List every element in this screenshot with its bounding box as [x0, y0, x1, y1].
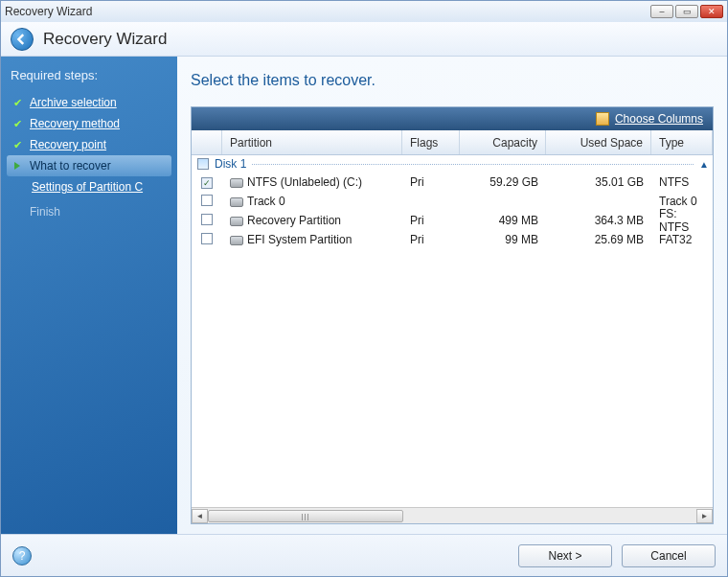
partition-name: Recovery Partition [247, 214, 341, 227]
capacity-cell: 59.29 GB [460, 175, 546, 189]
step-label: Finish [30, 205, 60, 219]
step-what-to-recover[interactable]: What to recover [7, 155, 171, 176]
partition-icon [230, 197, 243, 207]
back-button[interactable] [11, 28, 34, 51]
type-cell: NTFS [651, 175, 713, 189]
capacity-cell: 499 MB [460, 214, 546, 227]
choose-columns-icon [596, 112, 609, 126]
row-checkbox[interactable] [201, 195, 213, 206]
current-step-arrow-icon [11, 162, 24, 170]
scroll-thumb[interactable] [208, 510, 403, 522]
partition-icon [230, 236, 243, 245]
col-type[interactable]: Type [651, 130, 713, 154]
disk-divider [252, 164, 694, 165]
close-button[interactable]: ✕ [700, 5, 723, 18]
table-row[interactable]: Recovery Partition Pri 499 MB 364.3 MB F… [192, 211, 713, 230]
partition-name: NTFS (Unlabeled) (C:) [247, 175, 362, 189]
grid-toolbar: Choose Columns [192, 107, 713, 130]
flags-cell: Pri [402, 175, 460, 189]
partition-icon [230, 178, 243, 188]
check-icon: ✔ [11, 118, 24, 130]
scroll-track[interactable] [208, 509, 696, 523]
page-title: Select the items to recover. [191, 72, 714, 89]
scroll-right-button[interactable]: ► [696, 509, 713, 523]
flags-cell: Pri [402, 233, 460, 246]
table-row[interactable]: NTFS (Unlabeled) (C:) Pri 59.29 GB 35.01… [192, 173, 713, 192]
collapse-icon[interactable]: ▲ [699, 159, 709, 170]
row-checkbox[interactable] [201, 177, 213, 189]
substep-settings-partition-c[interactable]: Settings of Partition C [32, 180, 168, 196]
step-recovery-method[interactable]: ✔ Recovery method [11, 113, 168, 134]
col-checkbox [192, 130, 222, 154]
back-arrow-icon [16, 34, 28, 45]
step-label: Recovery method [30, 117, 120, 130]
header-title: Recovery Wizard [43, 30, 167, 49]
minimize-button[interactable]: – [650, 5, 673, 18]
step-finish: Finish [11, 201, 168, 222]
steps-sidebar: Required steps: ✔ Archive selection ✔ Re… [1, 57, 177, 534]
titlebar: Recovery Wizard – ▭ ✕ [1, 1, 727, 22]
step-archive-selection[interactable]: ✔ Archive selection [11, 92, 168, 113]
col-used-space[interactable]: Used Space [546, 130, 651, 154]
table-row[interactable]: Track 0 Track 0 [192, 192, 713, 211]
wizard-header: Recovery Wizard [1, 22, 727, 57]
type-cell: FS: NTFS [651, 207, 713, 234]
grid-body: Disk 1 ▲ NTFS (Unlabeled) (C:) Pri 59.29… [192, 155, 713, 507]
disk-group-row[interactable]: Disk 1 ▲ [192, 155, 713, 173]
partition-grid: Choose Columns Partition Flags Capacity … [191, 106, 714, 524]
capacity-cell: 99 MB [460, 233, 546, 246]
used-cell: 25.69 MB [546, 233, 651, 246]
used-cell: 364.3 MB [546, 214, 651, 227]
next-button[interactable]: Next > [518, 544, 612, 567]
disk-checkbox[interactable] [197, 158, 209, 170]
grid-header: Partition Flags Capacity Used Space Type [192, 130, 713, 155]
col-capacity[interactable]: Capacity [460, 130, 546, 154]
type-cell: Track 0 [651, 195, 713, 208]
choose-columns-link[interactable]: Choose Columns [615, 112, 703, 126]
main-panel: Select the items to recover. Choose Colu… [177, 57, 727, 534]
step-label: What to recover [30, 159, 111, 173]
step-recovery-point[interactable]: ✔ Recovery point [11, 134, 168, 155]
used-cell: 35.01 GB [546, 175, 651, 189]
cancel-button[interactable]: Cancel [622, 544, 716, 567]
check-icon: ✔ [11, 97, 24, 109]
step-label: Archive selection [30, 96, 117, 109]
maximize-button[interactable]: ▭ [675, 5, 698, 18]
partition-name: EFI System Partition [247, 233, 352, 246]
table-row[interactable]: EFI System Partition Pri 99 MB 25.69 MB … [192, 230, 713, 249]
flags-cell: Pri [402, 214, 460, 227]
window-title: Recovery Wizard [5, 5, 92, 18]
scroll-left-button[interactable]: ◄ [192, 509, 208, 523]
row-checkbox[interactable] [201, 233, 213, 244]
step-label: Recovery point [30, 138, 106, 151]
footer: ? Next > Cancel [1, 534, 727, 576]
col-flags[interactable]: Flags [402, 130, 460, 154]
horizontal-scrollbar[interactable]: ◄ ► [192, 507, 713, 523]
type-cell: FAT32 [651, 233, 713, 246]
disk-label: Disk 1 [215, 157, 246, 171]
col-partition[interactable]: Partition [222, 130, 402, 154]
partition-icon [230, 217, 243, 226]
row-checkbox[interactable] [201, 214, 213, 225]
help-button[interactable]: ? [12, 546, 32, 565]
partition-name: Track 0 [247, 195, 285, 208]
check-icon: ✔ [11, 139, 24, 151]
required-steps-heading: Required steps: [11, 68, 168, 82]
